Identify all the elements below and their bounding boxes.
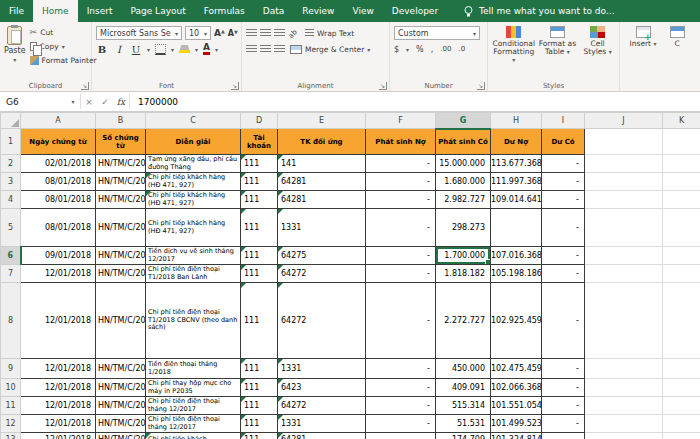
cell-H12[interactable]: 101.499.523 [491, 415, 542, 433]
row-header-2[interactable]: 2 [1, 155, 21, 173]
clipped-button[interactable]: C [662, 25, 692, 48]
cell-E2[interactable]: 141 [278, 155, 366, 173]
cell-J6[interactable] [585, 247, 663, 265]
cell-F5[interactable]: - [366, 209, 436, 247]
cell-I13[interactable]: - [542, 433, 585, 439]
col-header-E[interactable]: E [278, 113, 366, 129]
col-header-G[interactable]: G [436, 113, 491, 129]
cell-K13[interactable] [663, 433, 700, 439]
cell-C6[interactable]: Tiền dịch vụ vệ sinh tháng 12/2017 [146, 247, 241, 265]
clipboard-dialog-launcher[interactable]: ↘ [81, 82, 89, 90]
cell-D1[interactable]: Tài khoản [241, 129, 278, 155]
cell-C10[interactable]: Chi phí thay hộp mực cho máy in P2035 [146, 379, 241, 397]
cell-J10[interactable] [585, 379, 663, 397]
cell-F4[interactable]: - [366, 191, 436, 209]
cell-I4[interactable]: - [542, 191, 585, 209]
row-header-8[interactable]: 8 [1, 283, 21, 359]
number-dialog-launcher[interactable]: ↘ [477, 82, 485, 90]
cell-K6[interactable] [663, 247, 700, 265]
cut-button[interactable]: ✂ Cut [30, 25, 97, 39]
cell-H11[interactable]: 101.551.054 [491, 397, 542, 415]
cell-J4[interactable] [585, 191, 663, 209]
cell-A5[interactable]: 08/01/2018 [21, 209, 96, 247]
cell-A9[interactable]: 12/01/2018 [21, 359, 96, 379]
font-name-combo[interactable]: Microsoft Sans Se ▾ [96, 26, 182, 40]
cell-H4[interactable]: 109.014.641 [491, 191, 542, 209]
formula-input[interactable]: 1700000 [130, 92, 700, 111]
name-box-dropdown[interactable]: ▾ [66, 92, 80, 111]
cell-G4[interactable]: 2.982.727 [436, 191, 491, 209]
cell-H6[interactable]: 107.016.368 [491, 247, 542, 265]
cell-J5[interactable] [585, 209, 663, 247]
tab-insert[interactable]: Insert [78, 0, 122, 22]
row-header-4[interactable]: 4 [1, 191, 21, 209]
cell-F9[interactable]: - [366, 359, 436, 379]
cell-K3[interactable] [663, 173, 700, 191]
cell-H10[interactable]: 102.066.368 [491, 379, 542, 397]
col-header-A[interactable]: A [21, 113, 96, 129]
cell-K7[interactable] [663, 265, 700, 283]
col-header-I[interactable]: I [542, 113, 585, 129]
cell-J8[interactable] [585, 283, 663, 359]
cell-K1[interactable] [663, 129, 700, 155]
align-left-button[interactable] [246, 45, 257, 54]
cell-A10[interactable]: 12/01/2018 [21, 379, 96, 397]
cell-A4[interactable]: 08/01/2018 [21, 191, 96, 209]
cell-G6[interactable]: 1.700.000 [436, 247, 491, 265]
tab-page-layout[interactable]: Page Layout [121, 0, 194, 22]
cell-B4[interactable]: HN/TM/C/20 [96, 191, 146, 209]
merge-center-button[interactable]: Merge & Center ▾ [290, 42, 370, 56]
name-box[interactable]: G6 [0, 92, 66, 111]
row-header-13[interactable]: 13 [1, 433, 21, 439]
col-header-D[interactable]: D [241, 113, 278, 129]
wrap-text-button[interactable]: Wrap Text [305, 26, 354, 40]
cell-D3[interactable]: 111 [241, 173, 278, 191]
align-bottom-button[interactable] [274, 29, 285, 38]
cell-F11[interactable]: - [366, 397, 436, 415]
cell-D5[interactable]: 111 [241, 209, 278, 247]
select-all-corner[interactable] [1, 113, 21, 129]
cell-K4[interactable] [663, 191, 700, 209]
cell-K5[interactable] [663, 209, 700, 247]
cell-K8[interactable] [663, 283, 700, 359]
cell-F13[interactable]: - [366, 433, 436, 439]
align-right-button[interactable] [274, 45, 285, 54]
increase-decimal-button[interactable]: .00 [440, 45, 451, 53]
cell-J3[interactable] [585, 173, 663, 191]
cell-H13[interactable]: 101.324.814 [491, 433, 542, 439]
cell-B12[interactable]: HN/TM/C/20 [96, 415, 146, 433]
cell-D11[interactable]: 111 [241, 397, 278, 415]
cell-K11[interactable] [663, 397, 700, 415]
cell-A7[interactable]: 12/01/2018 [21, 265, 96, 283]
row-header-6[interactable]: 6 [1, 247, 21, 265]
col-header-K[interactable]: K [663, 113, 700, 129]
cancel-button[interactable]: × [81, 92, 97, 111]
align-top-button[interactable] [246, 29, 257, 38]
row-header-1[interactable]: 1 [1, 129, 21, 155]
cell-F7[interactable]: - [366, 265, 436, 283]
alignment-dialog-launcher[interactable]: ↘ [379, 82, 387, 90]
cell-E6[interactable]: 64275 [278, 247, 366, 265]
cell-G13[interactable]: 174.709 [436, 433, 491, 439]
cell-I6[interactable]: - [542, 247, 585, 265]
col-header-C[interactable]: C [146, 113, 241, 129]
conditional-formatting-button[interactable]: Conditional Formatting ▾ [492, 25, 536, 64]
tab-review[interactable]: Review [293, 0, 343, 22]
cell-G3[interactable]: 1.680.000 [436, 173, 491, 191]
cell-C13[interactable]: Chi phí tiếp khách [146, 433, 241, 439]
cell-E8[interactable]: 64272 [278, 283, 366, 359]
row-header-9[interactable]: 9 [1, 359, 21, 379]
cell-H7[interactable]: 105.198.186 [491, 265, 542, 283]
row-header-12[interactable]: 12 [1, 415, 21, 433]
tab-view[interactable]: View [343, 0, 382, 22]
cell-G5[interactable]: 298.273 [436, 209, 491, 247]
cell-G12[interactable]: 51.531 [436, 415, 491, 433]
cell-E7[interactable]: 64272 [278, 265, 366, 283]
cell-E3[interactable]: 64281 [278, 173, 366, 191]
align-center-button[interactable] [260, 45, 271, 54]
cell-D13[interactable]: 111 [241, 433, 278, 439]
cell-G7[interactable]: 1.818.182 [436, 265, 491, 283]
cell-B1[interactable]: Số chứng từ [96, 129, 146, 155]
copy-button[interactable]: Copy ▾ [30, 39, 97, 53]
cell-B8[interactable]: HN/TM/C/20 [96, 283, 146, 359]
